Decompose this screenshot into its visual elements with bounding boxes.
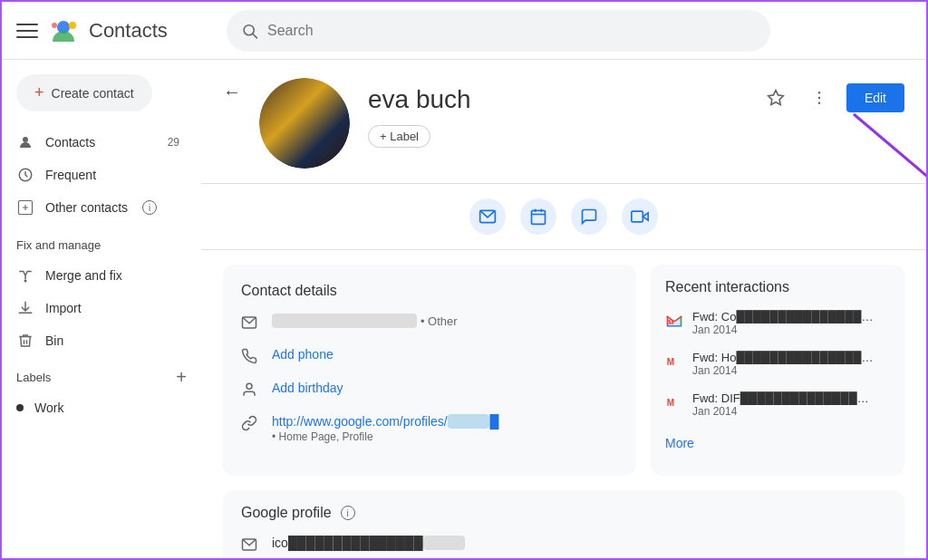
svg-marker-9	[768, 91, 784, 105]
download-icon	[16, 299, 34, 317]
star-button[interactable]	[759, 82, 792, 114]
clock-icon	[16, 166, 34, 184]
sidebar-item-bin[interactable]: Bin	[2, 324, 194, 357]
frequent-label: Frequent	[45, 168, 96, 182]
link-icon	[241, 415, 259, 433]
contacts-label: Contacts	[45, 135, 95, 150]
google-profile-info-icon[interactable]: i	[341, 506, 355, 520]
svg-marker-18	[643, 213, 648, 220]
interaction-date-0: Jan 2014	[692, 323, 890, 336]
label-btn-text: + Label	[380, 130, 419, 143]
more-options-button[interactable]	[803, 82, 836, 114]
birthday-icon	[241, 381, 259, 400]
add-phone-link[interactable]: Add phone	[272, 347, 334, 362]
url-sub: • Home Page, Profile	[272, 430, 498, 443]
contact-details-card: Contact details • Other	[223, 265, 636, 476]
fix-section-header: Fix and manage	[2, 224, 201, 259]
add-label-button[interactable]: + Label	[368, 125, 430, 148]
avatar-image	[259, 78, 350, 169]
action-icons-row	[201, 184, 926, 250]
gmail-icon-0: M	[665, 312, 683, 330]
info-icon[interactable]: i	[142, 200, 157, 215]
contacts-app-icon	[49, 16, 78, 45]
add-birthday-link[interactable]: Add birthday	[272, 381, 343, 395]
sidebar-item-frequent[interactable]: Frequent	[2, 159, 194, 191]
svg-point-12	[818, 102, 821, 105]
sidebar-item-merge[interactable]: Merge and fix	[2, 259, 194, 292]
add-label-button[interactable]: +	[176, 368, 187, 386]
add-birthday-item[interactable]: Add birthday	[241, 381, 618, 400]
sidebar-item-work[interactable]: Work	[2, 393, 194, 422]
back-button[interactable]: ←	[223, 78, 241, 102]
svg-point-21	[246, 383, 252, 389]
labels-title: Labels	[16, 371, 51, 384]
phone-icon	[241, 348, 259, 366]
google-profile-email: ico███████████████	[241, 536, 886, 555]
chat-action-button[interactable]	[571, 198, 607, 235]
svg-rect-14	[532, 210, 546, 224]
details-row: Contact details • Other	[201, 250, 926, 490]
video-action-button[interactable]	[622, 198, 658, 235]
merge-icon	[16, 266, 34, 285]
svg-point-1	[69, 22, 76, 29]
topbar: Contacts	[2, 2, 926, 60]
email-action-button[interactable]	[469, 198, 506, 235]
svg-text:M: M	[667, 398, 674, 408]
contact-name: eva buch	[368, 85, 741, 114]
work-label: Work	[34, 401, 63, 415]
email-icon	[241, 314, 259, 333]
svg-line-4	[253, 34, 256, 37]
create-plus-icon: +	[34, 83, 44, 102]
bin-label: Bin	[45, 333, 63, 348]
calendar-action-button[interactable]	[520, 198, 556, 235]
search-input[interactable]	[267, 23, 756, 39]
svg-text:M: M	[668, 318, 673, 326]
person-icon	[16, 133, 34, 151]
url-detail: http://www.google.com/profiles/ █ • Home…	[241, 414, 618, 443]
interaction-date-1: Jan 2014	[692, 364, 890, 377]
merge-label: Merge and fix	[45, 268, 122, 283]
edit-button[interactable]: Edit	[846, 83, 904, 112]
main-layout: + Create contact Contacts 29 Frequent	[2, 60, 926, 560]
search-icon	[241, 22, 258, 40]
app-title: Contacts	[89, 19, 168, 43]
gmail-icon-1: M	[665, 352, 683, 371]
contact-header: ← eva buch + Label E	[201, 60, 926, 184]
import-label: Import	[45, 301, 82, 315]
interaction-item-0: M Fwd: Co█████████████████ ... Jan 2014	[665, 310, 890, 336]
email-detail: • Other	[241, 314, 618, 333]
svg-point-8	[24, 280, 27, 283]
work-label-dot	[16, 404, 24, 411]
url-value[interactable]: http://www.google.com/profiles/ █	[272, 414, 498, 429]
create-contact-button[interactable]: + Create contact	[16, 74, 152, 111]
email-type: • Other	[420, 314, 458, 328]
contact-actions: Edit	[759, 82, 904, 114]
sidebar-item-other-contacts[interactable]: Other contacts i	[2, 191, 194, 224]
person-add-icon	[16, 198, 34, 217]
content-area: ← eva buch + Label E	[201, 60, 926, 560]
google-profile-title: Google profile i	[241, 505, 886, 521]
hamburger-icon[interactable]	[16, 20, 38, 42]
svg-point-5	[23, 137, 28, 142]
svg-text:M: M	[667, 357, 674, 367]
interaction-item-2: M Fwd: DIF████████████████ l... Jan 2014	[665, 391, 890, 418]
add-phone-item[interactable]: Add phone	[241, 347, 618, 366]
sidebar-item-contacts[interactable]: Contacts 29	[2, 126, 194, 159]
other-contacts-label: Other contacts	[45, 200, 128, 215]
sidebar-item-import[interactable]: Import	[2, 292, 194, 324]
contact-info: eva buch + Label	[368, 78, 741, 148]
trash-icon	[16, 332, 34, 350]
google-profile-card: Google profile i ico███████████████	[223, 490, 904, 560]
interaction-date-2: Jan 2014	[692, 405, 890, 418]
svg-point-2	[52, 23, 57, 28]
avatar	[259, 78, 350, 169]
interaction-item-1: M Fwd: Ho█████████████████el... Jan 2014	[665, 351, 890, 377]
interaction-subject-0: Fwd: Co█████████████████ ...	[692, 310, 874, 323]
sidebar: + Create contact Contacts 29 Frequent	[2, 60, 201, 560]
labels-header: Labels +	[2, 357, 201, 393]
google-profile-email-icon	[241, 536, 259, 555]
more-interactions-link[interactable]: More	[665, 432, 890, 450]
topbar-left: Contacts	[16, 16, 216, 45]
search-bar[interactable]	[227, 10, 770, 52]
interaction-subject-2: Fwd: DIF████████████████ l...	[692, 391, 874, 405]
